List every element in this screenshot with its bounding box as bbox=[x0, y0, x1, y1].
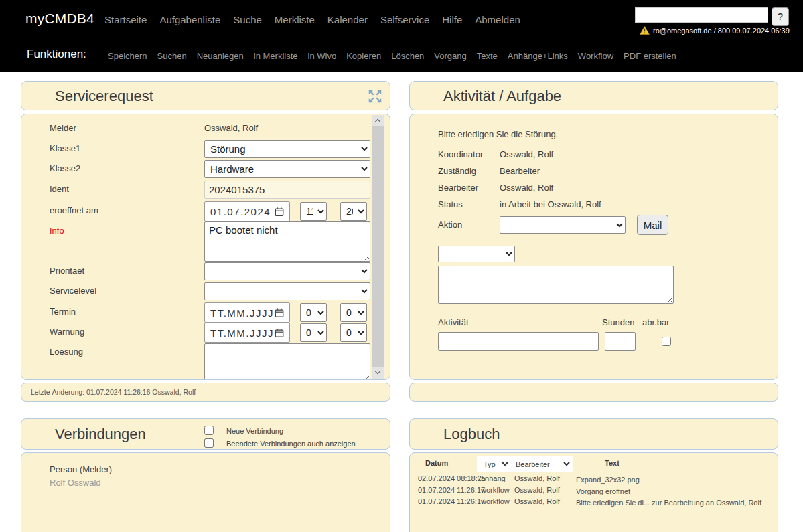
klasse1-select[interactable]: Störung bbox=[204, 140, 370, 158]
calendar-icon[interactable] bbox=[275, 328, 284, 338]
koordinator-value: Osswald, Rolf bbox=[500, 149, 553, 159]
calendar-icon[interactable] bbox=[275, 308, 284, 318]
aktivitaet-input[interactable] bbox=[438, 332, 599, 351]
activity-textarea[interactable] bbox=[438, 266, 674, 304]
prioritaet-label: Prioritaet bbox=[50, 266, 84, 276]
vertical-scrollbar[interactable] bbox=[372, 115, 384, 379]
activity-type-select[interactable] bbox=[438, 246, 515, 262]
servicerequest-panel-header: Servicerequest bbox=[21, 81, 390, 110]
termin-label: Termin bbox=[50, 306, 76, 317]
bearbeiter-label: Bearbeiter bbox=[438, 183, 478, 193]
nav-item-merkliste[interactable]: Merkliste bbox=[275, 14, 315, 25]
stunden-label: Stunden bbox=[602, 317, 634, 327]
scroll-down-button[interactable] bbox=[372, 367, 384, 379]
function-loeschen[interactable]: Löschen bbox=[391, 51, 424, 61]
klasse2-select[interactable]: Hardware bbox=[204, 160, 370, 178]
beendete-verbindungen-checkbox[interactable] bbox=[204, 438, 214, 448]
functions-nav: Speichern Suchen Neuanlegen in Merkliste… bbox=[108, 51, 676, 61]
servicerequest-title: Servicerequest bbox=[55, 82, 153, 111]
nav-item-aufgabenliste[interactable]: Aufgabenliste bbox=[159, 14, 220, 25]
zustaendig-label: Zuständig bbox=[438, 166, 476, 176]
log-datum: 02.07.2024 08:18:25 bbox=[418, 474, 486, 482]
nav-item-startseite[interactable]: Startseite bbox=[104, 14, 147, 25]
log-text: Vorgang eröffnet bbox=[576, 486, 767, 497]
aktivitaet-panel-header: Aktivität / Aufgabe bbox=[409, 81, 778, 110]
aktion-select[interactable] bbox=[500, 216, 626, 234]
help-button[interactable]: ? bbox=[772, 7, 789, 26]
log-bearbeiter: Osswald, Rolf bbox=[514, 474, 560, 482]
logbuch-bearbeiter-filter[interactable]: Bearbeiter bbox=[510, 456, 572, 472]
nav-item-abmelden[interactable]: Abmelden bbox=[475, 14, 520, 25]
eroeffnet-minute-select[interactable]: 26 bbox=[340, 202, 367, 221]
ident-input[interactable] bbox=[204, 181, 370, 199]
warnung-hour-select[interactable]: 0 bbox=[300, 323, 327, 342]
function-in-wivo[interactable]: in Wivo bbox=[308, 51, 337, 61]
nav-item-hilfe[interactable]: Hilfe bbox=[442, 14, 462, 25]
last-change-info: Letzte Änderung: 01.07.2024 11:26:16 Oss… bbox=[31, 383, 196, 402]
app-logo[interactable]: myCMDB4 bbox=[25, 11, 94, 27]
nav-item-kalender[interactable]: Kalender bbox=[327, 14, 368, 25]
neue-verbindung-label: Neue Verbindung bbox=[226, 427, 283, 435]
function-anhaenge-links[interactable]: Anhänge+Links bbox=[508, 51, 568, 61]
status-label: Status bbox=[438, 199, 463, 209]
nav-item-suche[interactable]: Suche bbox=[233, 14, 262, 25]
function-kopieren[interactable]: Kopieren bbox=[346, 51, 381, 61]
mail-button[interactable]: Mail bbox=[637, 215, 668, 235]
scroll-up-button[interactable] bbox=[372, 115, 384, 126]
functions-label: Funktionen: bbox=[27, 48, 86, 61]
function-neuanlegen[interactable]: Neuanlegen bbox=[197, 51, 244, 61]
eroeffnet-hour-select[interactable]: 11 bbox=[300, 202, 327, 221]
eroeffnet-am-label: eroeffnet am bbox=[50, 205, 98, 215]
function-workflow[interactable]: Workflow bbox=[578, 51, 613, 61]
abrbar-checkbox[interactable] bbox=[662, 337, 671, 346]
klasse2-label: Klasse2 bbox=[50, 163, 80, 173]
task-instruction: Bitte erledigen Sie die Störung. bbox=[438, 129, 558, 139]
session-line: ro@omegasoft.de / 800 09.07.2024 06:39 bbox=[640, 26, 790, 35]
loesung-textarea[interactable] bbox=[204, 343, 370, 380]
logbuch-typ-filter[interactable]: Typ bbox=[478, 456, 510, 472]
melder-value: Osswald, Rolf bbox=[204, 123, 258, 133]
log-bearbeiter: Osswald, Rolf bbox=[514, 497, 560, 505]
function-vorgang[interactable]: Vorgang bbox=[434, 51, 466, 61]
logbuch-title: Logbuch bbox=[443, 419, 500, 450]
warnung-label: Warnung bbox=[50, 327, 84, 337]
neue-verbindung-checkbox[interactable] bbox=[204, 426, 214, 435]
search-input[interactable] bbox=[635, 7, 768, 23]
session-info: ro@omegasoft.de / 800 09.07.2024 06:39 bbox=[653, 27, 790, 35]
eroeffnet-date-input[interactable]: 01.07.2024 bbox=[204, 201, 290, 221]
scrollbar-thumb[interactable] bbox=[372, 126, 384, 367]
loesung-label: Loesung bbox=[50, 347, 83, 357]
chevron-down-icon bbox=[375, 369, 380, 374]
logbuch-panel-body: Datum Typ Bearbeiter Text 02.07.2024 08:… bbox=[409, 452, 778, 532]
logbuch-col-datum: Datum bbox=[425, 459, 448, 467]
verbindungen-panel-body: Person (Melder) Rolf Osswald bbox=[21, 452, 390, 532]
expand-icon[interactable] bbox=[367, 88, 383, 104]
servicelevel-select[interactable] bbox=[204, 282, 370, 300]
prioritaet-select[interactable] bbox=[204, 262, 370, 280]
abrbar-label: abr.bar bbox=[642, 317, 669, 327]
termin-minute-select[interactable]: 0 bbox=[340, 303, 367, 322]
aktivitaet-panel-footer bbox=[409, 383, 778, 402]
log-typ: anhang bbox=[481, 474, 506, 482]
nav-item-selfservice[interactable]: Selfservice bbox=[380, 14, 429, 25]
ident-label: Ident bbox=[50, 184, 69, 194]
info-textarea[interactable]: PC bootet nicht bbox=[204, 221, 370, 262]
warning-icon bbox=[640, 26, 650, 35]
termin-date-input[interactable]: TT.MM.JJJJ bbox=[204, 302, 290, 323]
eroeffnet-date-value: 01.07.2024 bbox=[210, 206, 271, 217]
calendar-icon[interactable] bbox=[275, 207, 284, 217]
termin-hour-select[interactable]: 0 bbox=[300, 303, 327, 322]
function-speichern[interactable]: Speichern bbox=[108, 51, 147, 61]
log-text: Bitte erledigen Sie di... zur Bearbeitun… bbox=[576, 497, 767, 509]
function-texte[interactable]: Texte bbox=[477, 51, 498, 61]
stunden-input[interactable] bbox=[605, 332, 636, 351]
koordinator-label: Koordinator bbox=[438, 149, 483, 159]
function-pdf-erstellen[interactable]: PDF erstellen bbox=[624, 51, 676, 61]
function-in-merkliste[interactable]: in Merkliste bbox=[254, 51, 298, 61]
connection-person-link[interactable]: Rolf Osswald bbox=[50, 478, 101, 488]
servicerequest-panel-footer: Letzte Änderung: 01.07.2024 11:26:16 Oss… bbox=[21, 383, 390, 402]
warnung-date-input[interactable]: TT.MM.JJJJ bbox=[204, 323, 290, 343]
warnung-minute-select[interactable]: 0 bbox=[340, 323, 367, 342]
function-suchen[interactable]: Suchen bbox=[157, 51, 187, 61]
servicerequest-panel-body: Melder Osswald, Rolf Klasse1 Störung Kla… bbox=[21, 114, 390, 380]
